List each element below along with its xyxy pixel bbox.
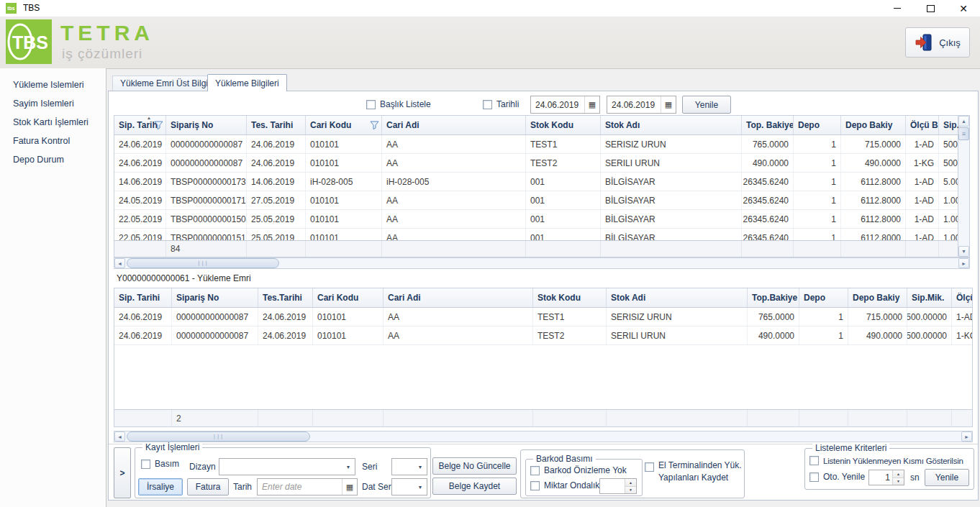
minimize-button[interactable]	[881, 0, 914, 17]
seri-dropdown[interactable]: ▼	[391, 458, 427, 475]
column-header[interactable]: Sipariş No	[166, 116, 247, 134]
table-row[interactable]: 24.06.201900000000000008724.06.201901010…	[114, 135, 969, 154]
column-header[interactable]: Sip.Mik.	[907, 288, 952, 307]
sidebar-item-fatura-kontrol[interactable]: Fatura Kontrol	[0, 132, 106, 150]
basim-checkbox[interactable]: Basım	[141, 459, 179, 469]
belge-no-guncelle-button[interactable]: Belge No Güncelle	[432, 457, 517, 475]
checkbox-box[interactable]	[809, 456, 819, 465]
tarihli-checkbox[interactable]: Tarihli	[483, 99, 519, 109]
checkbox-box[interactable]	[483, 100, 492, 109]
spin-down-icon[interactable]: ▼	[893, 478, 904, 485]
fatura-button[interactable]: Fatura	[187, 478, 229, 495]
scroll-down-icon[interactable]: ▼	[958, 246, 969, 257]
scrollbar-thumb[interactable]: |||	[127, 431, 310, 442]
column-header[interactable]: Depo	[799, 288, 848, 307]
column-header[interactable]: Depo Bakiy	[841, 116, 906, 134]
listenin-yuklenmeyen-checkbox[interactable]: Listenin Yüklenmeyen Kısmı Gösterilsin	[809, 456, 963, 465]
irsaliye-button[interactable]: İrsaliye	[138, 478, 183, 495]
scroll-right-icon[interactable]: ►	[958, 258, 969, 268]
tab-yukleme-bilgileri[interactable]: Yükleme Bilgileri	[207, 74, 287, 91]
column-header[interactable]: Sipariş No	[172, 288, 258, 307]
dat-seri-dropdown[interactable]: ▼	[391, 478, 427, 495]
orders-grid-hscrollbar[interactable]: ◄ ||| ►	[114, 257, 970, 269]
table-row[interactable]: 14.06.2019TBSP0000000017314.06.2019iH-02…	[114, 173, 969, 191]
calendar-icon[interactable]: ▦	[342, 479, 357, 495]
spinner-arrows[interactable]: ▲▼	[892, 470, 904, 485]
scroll-left-icon[interactable]: ◄	[114, 258, 125, 268]
table-row[interactable]: 24.06.201900000000000008724.06.201901010…	[114, 326, 972, 345]
column-header[interactable]: Depo	[794, 116, 841, 134]
date-from-field[interactable]: ▦	[530, 96, 600, 114]
tab-yukleme-emri-ust-bilgi[interactable]: Yükleme Emri Üst Bilgi	[112, 76, 216, 91]
oto-yenile-input[interactable]	[869, 470, 892, 485]
oto-yenile-checkbox[interactable]: Oto. Yenile	[809, 472, 865, 482]
column-header[interactable]: Top. Bakiye	[742, 116, 794, 134]
miktar-ondalik-spinner[interactable]: ▲▼	[599, 478, 637, 494]
spinner-arrows[interactable]: ▲▼	[625, 479, 636, 493]
sidebar-item-sayim-islemleri[interactable]: Sayim Islemleri	[0, 94, 106, 113]
yenile-top-button[interactable]: Yenile	[682, 96, 731, 114]
column-header[interactable]: Ölçü B	[952, 288, 973, 307]
yenile-bottom-button[interactable]: Yenile	[925, 469, 969, 486]
column-header[interactable]: Cari Kodu	[306, 116, 382, 134]
column-header[interactable]: Top.Bakiye	[748, 288, 799, 307]
baslik-listele-checkbox[interactable]: Başlık Listele	[366, 99, 431, 109]
column-header[interactable]: Cari Adi	[384, 288, 533, 307]
column-header[interactable]: Tes.Tarihi	[258, 288, 313, 307]
checkbox-box[interactable]	[530, 481, 540, 490]
expand-panel-button[interactable]: >	[114, 447, 131, 498]
yukleme-grid-hscrollbar[interactable]: ◄ ||| ►	[114, 431, 973, 442]
column-header[interactable]: Stok Adı	[601, 116, 742, 134]
scroll-up-icon[interactable]: ▲	[958, 116, 969, 127]
miktar-ondalik-input[interactable]	[600, 479, 625, 493]
column-header[interactable]: Tes. Tarihi	[247, 116, 306, 134]
scrollbar-thumb[interactable]: |||	[127, 258, 279, 268]
table-row[interactable]: 24.05.2019TBSP0000000017127.05.201901010…	[114, 191, 969, 210]
column-header[interactable]: Stok Kodu	[526, 116, 601, 134]
checkbox-box[interactable]	[141, 460, 150, 469]
dizayn-dropdown[interactable]: ▼	[219, 458, 355, 475]
barkod-onizleme-checkbox[interactable]: Barkod Önizleme Yok	[530, 465, 627, 475]
filter-icon[interactable]	[154, 121, 163, 129]
checkbox-box[interactable]	[809, 472, 819, 482]
filter-icon[interactable]	[370, 121, 379, 129]
tarih-field[interactable]: ▦	[257, 478, 358, 495]
column-header[interactable]: Sip. Tarih▲	[114, 116, 166, 134]
table-row[interactable]: 22.05.2019TBSP0000000015125.05.201901010…	[114, 229, 969, 240]
date-from-input[interactable]	[531, 96, 584, 113]
maximize-button[interactable]	[914, 0, 947, 17]
sidebar-item-stok-karti-islemleri[interactable]: Stok Kartı İşlemleri	[0, 113, 106, 132]
spin-up-icon[interactable]: ▲	[893, 470, 904, 478]
column-header[interactable]: Depo Bakiy	[848, 288, 907, 307]
scrollbar-thumb[interactable]: ≡	[958, 127, 969, 140]
column-header[interactable]: Cari Adi	[382, 116, 526, 134]
tarih-input[interactable]	[258, 479, 342, 495]
column-header[interactable]: Ölçü Br.	[906, 116, 939, 134]
column-header[interactable]: Stok Kodu	[533, 288, 607, 307]
miktar-ondalik-checkbox[interactable]: Miktar Ondalık	[530, 480, 599, 490]
oto-yenile-spinner[interactable]: ▲▼	[868, 470, 904, 485]
date-to-input[interactable]	[607, 96, 661, 113]
table-row[interactable]: 24.06.201900000000000008724.06.201901010…	[114, 154, 969, 173]
checkbox-box[interactable]	[530, 466, 540, 475]
spin-down-icon[interactable]: ▼	[625, 487, 636, 494]
close-button[interactable]: ✕	[947, 0, 980, 17]
table-row[interactable]: 24.06.201900000000000008724.06.201901010…	[114, 308, 972, 326]
calendar-icon[interactable]: ▦	[661, 96, 676, 113]
sidebar-item-depo-durum[interactable]: Depo Durum	[0, 150, 106, 169]
column-header[interactable]: Stok Adi	[607, 288, 748, 307]
checkbox-box[interactable]	[366, 100, 376, 109]
scroll-left-icon[interactable]: ◄	[114, 431, 125, 442]
exit-button[interactable]: Çıkış	[905, 27, 970, 58]
column-header[interactable]: Sip.M	[939, 116, 959, 134]
vertical-scrollbar[interactable]: ▲ ≡ ▼	[958, 116, 969, 257]
column-header[interactable]: Sip. Tarihi	[114, 288, 172, 307]
calendar-icon[interactable]: ▦	[584, 96, 599, 113]
checkbox-box[interactable]	[645, 462, 654, 472]
date-to-field[interactable]: ▦	[607, 96, 676, 114]
scroll-right-icon[interactable]: ►	[961, 431, 972, 442]
el-terminal-checkbox[interactable]: El Terminalinden Yük. Yapılanları Kaydet	[645, 460, 742, 484]
column-header[interactable]: Cari Kodu	[313, 288, 384, 307]
spin-up-icon[interactable]: ▲	[625, 479, 636, 487]
sidebar-item-yukleme-islemleri[interactable]: Yükleme Islemleri	[0, 76, 106, 94]
